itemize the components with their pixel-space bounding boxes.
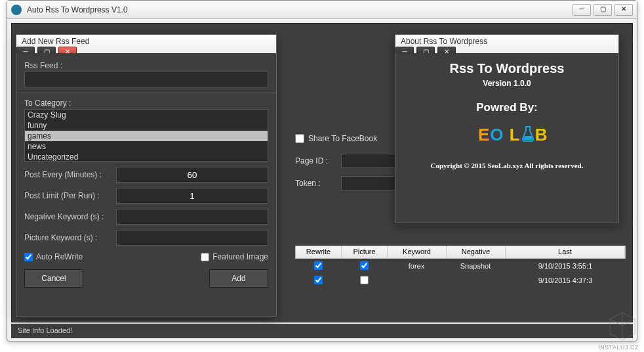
row-last: 9/10/2015 4:37:3 xyxy=(505,275,626,286)
cancel-button[interactable]: Cancel xyxy=(24,269,83,288)
picture-keyword-input[interactable] xyxy=(116,230,268,246)
negative-keyword-label: Negative Keyword (s) : xyxy=(24,212,116,221)
post-limit-label: Post Limit (Per Run) : xyxy=(24,191,116,200)
featured-image-label: Featured Image xyxy=(212,252,268,261)
featured-image-toggle[interactable]: Featured Image xyxy=(201,252,268,261)
list-item[interactable]: Uncategorized xyxy=(25,152,268,162)
about-body: Rss To Wordpress Version 1.0.0 Powred By… xyxy=(395,53,618,223)
list-item[interactable]: news xyxy=(25,141,268,152)
status-text: Site Info Loaded! xyxy=(18,326,72,334)
post-every-input[interactable] xyxy=(116,167,268,183)
col-last[interactable]: Last xyxy=(506,246,625,258)
row-keyword xyxy=(387,279,446,282)
col-negative[interactable]: Negative xyxy=(447,246,506,258)
watermark-text: INSTALUJ.CZ xyxy=(598,344,639,351)
addfeed-body: Rss Feed : To Category : Crazy Slug funn… xyxy=(16,53,276,316)
page-id-label: Page ID : xyxy=(295,156,341,165)
list-item[interactable]: games xyxy=(25,131,268,141)
featured-image-checkbox[interactable] xyxy=(201,253,209,261)
col-picture[interactable]: Picture xyxy=(342,246,388,258)
col-rewrite[interactable]: Rewrite xyxy=(296,246,342,258)
auto-rewrite-label: Auto ReWrite xyxy=(36,252,83,261)
table-row[interactable]: forex Snapshot 9/10/2015 3:55:1 xyxy=(295,259,626,273)
category-label: To Category : xyxy=(24,99,268,108)
row-negative: Snapshot xyxy=(446,261,505,271)
row-keyword: forex xyxy=(387,261,446,271)
rss-feed-label: Rss Feed : xyxy=(24,61,268,70)
maximize-button[interactable]: ▢ xyxy=(594,4,612,16)
close-button[interactable]: ✕ xyxy=(614,4,633,16)
post-every-label: Post Every (Minutes) : xyxy=(24,170,116,179)
addfeed-title: Add New Rss Feed xyxy=(22,37,89,46)
about-dialog: About Rss To Wordpress ─ ▢ ✕ Rss To Word… xyxy=(395,34,619,223)
about-version: Version 1.0.0 xyxy=(405,79,609,88)
watermark-cube-icon xyxy=(607,311,637,341)
status-bar: Site Info Loaded! xyxy=(11,324,633,338)
picture-keyword-label: Picture Keyword (s) : xyxy=(24,233,116,242)
minimize-button[interactable]: ─ xyxy=(573,4,591,16)
post-limit-input[interactable] xyxy=(116,188,268,204)
auto-rewrite-toggle[interactable]: Auto ReWrite xyxy=(24,252,83,261)
list-item[interactable]: funny xyxy=(25,120,268,131)
negative-keyword-input[interactable] xyxy=(116,209,268,225)
main-titlebar: Auto Rss To Wordpress V1.0 ─ ▢ ✕ xyxy=(7,1,637,19)
divider xyxy=(16,93,276,93)
feeds-grid: Rewrite Picture Keyword Negative Last fo… xyxy=(295,246,626,288)
wordpress-icon xyxy=(11,5,22,15)
table-row[interactable]: 9/10/2015 4:37:3 xyxy=(295,273,626,288)
add-button[interactable]: Add xyxy=(209,269,268,288)
token-label: Token : xyxy=(295,179,341,188)
auto-rewrite-checkbox[interactable] xyxy=(24,253,33,261)
grid-header: Rewrite Picture Keyword Negative Last xyxy=(295,246,626,259)
flask-icon xyxy=(521,125,535,147)
row-last: 9/10/2015 3:55:1 xyxy=(505,261,626,271)
about-copyright: Copyright © 2015 SeoLab.xyz All rights r… xyxy=(405,162,609,169)
seolab-logo: SEO LB xyxy=(405,125,609,147)
list-item[interactable]: Crazy Slug xyxy=(25,110,268,120)
row-negative xyxy=(446,279,505,282)
about-powered-label: Powred By: xyxy=(405,101,609,114)
share-facebook-checkbox[interactable] xyxy=(295,134,304,143)
row-picture-checkbox[interactable] xyxy=(360,261,369,270)
about-title: About Rss To Wordpress xyxy=(401,37,487,46)
row-rewrite-checkbox[interactable] xyxy=(314,276,323,284)
row-picture-checkbox[interactable] xyxy=(360,276,369,284)
row-rewrite-checkbox[interactable] xyxy=(314,261,323,270)
col-keyword[interactable]: Keyword xyxy=(388,246,447,258)
rss-feed-input[interactable] xyxy=(24,72,268,87)
main-title: Auto Rss To Wordpress V1.0 xyxy=(27,5,573,14)
category-listbox[interactable]: Crazy Slug funny games news Uncategorize… xyxy=(24,109,268,162)
about-heading: Rss To Wordpress xyxy=(405,61,609,76)
share-facebook-label: Share To FaceBook xyxy=(308,134,377,143)
add-feed-dialog: Add New Rss Feed ─ ▢ ✕ Rss Feed : To Cat… xyxy=(16,34,277,317)
